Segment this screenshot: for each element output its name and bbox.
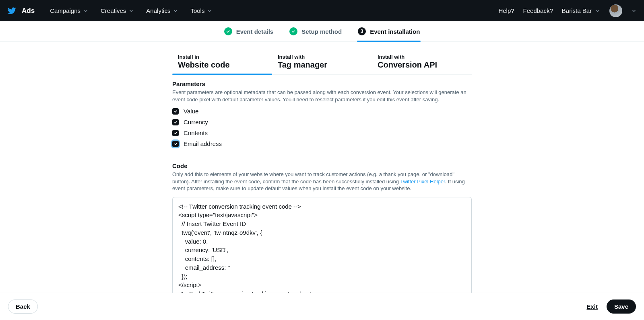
- nav-label: Campaigns: [50, 7, 80, 14]
- check-circle-icon: [289, 27, 297, 35]
- tab-title: Website code: [178, 60, 266, 70]
- install-tabs: Install in Website code Install with Tag…: [172, 51, 472, 75]
- twitter-logo-icon: [7, 6, 16, 15]
- param-label: Currency: [184, 119, 208, 125]
- tab-conversion-api[interactable]: Install with Conversion API: [372, 51, 472, 74]
- back-button[interactable]: Back: [8, 299, 38, 314]
- param-label: Contents: [184, 129, 208, 136]
- param-value[interactable]: Value: [172, 108, 472, 115]
- nav-creatives[interactable]: Creatives: [97, 4, 138, 17]
- footer: Back Exit Save: [0, 293, 644, 320]
- step-label: Setup method: [301, 28, 342, 35]
- chevron-down-icon[interactable]: [631, 8, 637, 14]
- tab-title: Tag manager: [278, 60, 366, 70]
- parameters-title: Parameters: [172, 80, 472, 87]
- parameter-list: Value Currency Contents Email address: [172, 108, 472, 147]
- param-currency[interactable]: Currency: [172, 119, 472, 125]
- account-name: Barista Bar: [562, 7, 592, 14]
- exit-link[interactable]: Exit: [586, 303, 598, 310]
- topbar-left: Ads Campaigns Creatives Analytics Tools: [7, 4, 217, 17]
- tab-eyebrow: Install with: [378, 54, 466, 60]
- code-section: Code Only add this to elements of your w…: [172, 157, 472, 316]
- parameters-desc: Event parameters are optional metadata t…: [172, 89, 472, 103]
- checkbox-icon[interactable]: [172, 130, 179, 136]
- save-button[interactable]: Save: [607, 299, 636, 314]
- account-switcher[interactable]: Barista Bar: [562, 6, 601, 16]
- pixel-helper-link[interactable]: Twitter Pixel Helper: [400, 178, 445, 185]
- checkbox-icon[interactable]: [172, 141, 179, 147]
- tab-title: Conversion API: [378, 60, 466, 70]
- tab-eyebrow: Install in: [178, 54, 266, 60]
- param-label: Email address: [184, 140, 222, 147]
- code-snippet-box[interactable]: <!-- Twitter conversion tracking event c…: [172, 197, 472, 304]
- checkbox-icon[interactable]: [172, 108, 179, 115]
- avatar[interactable]: [609, 4, 622, 17]
- step-number-badge: 3: [358, 27, 366, 35]
- nav-label: Creatives: [101, 7, 126, 14]
- chevron-down-icon: [173, 8, 178, 14]
- topbar-right: Help? Feedback? Barista Bar: [498, 4, 637, 17]
- step-event-installation[interactable]: 3 Event installation: [357, 21, 421, 41]
- chevron-down-icon: [83, 8, 89, 14]
- step-event-details[interactable]: Event details: [223, 21, 275, 41]
- nav-label: Tools: [190, 7, 204, 14]
- parameters-section: Parameters Event parameters are optional…: [172, 75, 472, 147]
- nav-analytics[interactable]: Analytics: [142, 4, 182, 17]
- step-label: Event details: [236, 28, 274, 35]
- stepper: Event details Setup method 3 Event insta…: [0, 21, 644, 42]
- param-email-address[interactable]: Email address: [172, 140, 472, 147]
- check-circle-icon: [224, 27, 232, 35]
- nav-label: Analytics: [146, 7, 170, 14]
- main-content: Install in Website code Install with Tag…: [172, 42, 472, 316]
- step-setup-method[interactable]: Setup method: [289, 21, 343, 41]
- footer-right: Exit Save: [586, 299, 636, 314]
- param-contents[interactable]: Contents: [172, 129, 472, 136]
- checkbox-icon[interactable]: [172, 119, 179, 125]
- param-label: Value: [184, 108, 198, 115]
- nav-tools[interactable]: Tools: [186, 4, 217, 17]
- code-title: Code: [172, 162, 472, 169]
- nav-campaigns[interactable]: Campaigns: [46, 4, 93, 17]
- chevron-down-icon: [207, 8, 213, 14]
- tab-tag-manager[interactable]: Install with Tag manager: [272, 51, 372, 74]
- topbar: Ads Campaigns Creatives Analytics Tools …: [0, 0, 644, 21]
- help-link[interactable]: Help?: [498, 6, 514, 16]
- step-label: Event installation: [370, 28, 420, 35]
- tab-eyebrow: Install with: [278, 54, 366, 60]
- chevron-down-icon: [595, 8, 601, 14]
- code-desc: Only add this to elements of your websit…: [172, 171, 472, 192]
- feedback-link[interactable]: Feedback?: [523, 6, 553, 16]
- tab-website-code[interactable]: Install in Website code: [172, 51, 272, 74]
- chevron-down-icon: [128, 8, 134, 14]
- brand-label: Ads: [22, 7, 35, 15]
